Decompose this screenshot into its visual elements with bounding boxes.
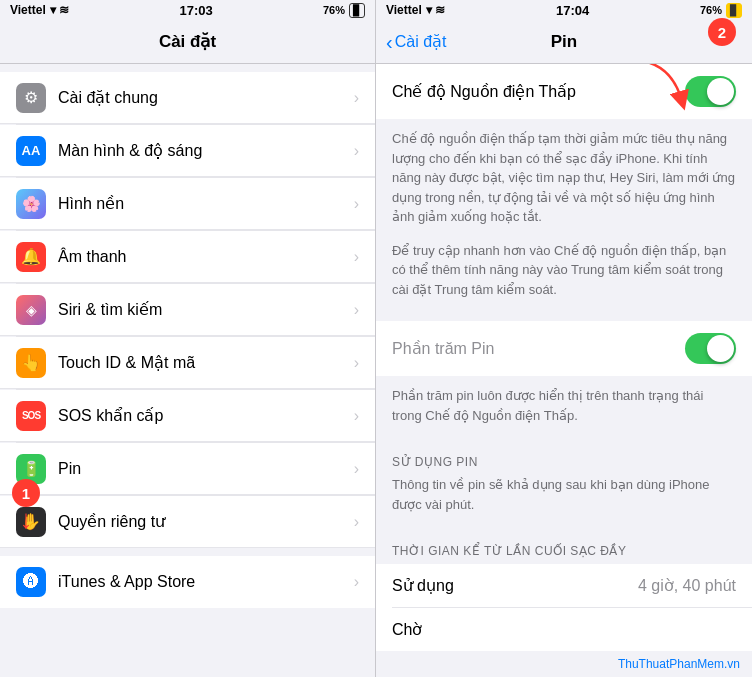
che-do-section: Chế độ Nguồn điện Thấp — [376, 64, 752, 119]
chevron-icon-7: › — [354, 460, 359, 478]
am-thanh-label: Âm thanh — [58, 248, 354, 266]
right-status-bar: Viettel ▾ ≋ 17:04 76% ▊ — [376, 0, 752, 20]
phan-tram-label: Phần trăm Pin — [392, 339, 494, 358]
left-status-carrier: Viettel ▾ ≋ — [10, 3, 69, 17]
sos-label: SOS khẩn cấp — [58, 406, 354, 425]
che-do-description: Chế độ nguồn điện thấp tạm thời giảm mức… — [376, 119, 752, 241]
sos-icon: SOS — [16, 401, 46, 431]
right-panel: Viettel ▾ ≋ 17:04 76% ▊ ‹ Cài đặt Pin 2 — [376, 0, 752, 677]
su-dung-pin-header: SỬ DỤNG PIN — [376, 439, 752, 475]
sidebar-item-man-hinh[interactable]: AA Màn hình & độ sáng › — [0, 125, 375, 177]
sidebar-item-cai-dat-chung[interactable]: ⚙ Cài đặt chung › — [0, 72, 375, 124]
su-dung-label: Sử dụng — [392, 576, 454, 595]
itunes-label: iTunes & App Store — [58, 573, 354, 591]
nav-back-label: Cài đặt — [395, 32, 447, 51]
cai-dat-chung-label: Cài đặt chung — [58, 88, 354, 107]
right-status-carrier: Viettel ▾ ≋ — [386, 3, 445, 17]
che-do-row: Chế độ Nguồn điện Thấp — [376, 64, 752, 119]
siri-icon: ◈ — [16, 295, 46, 325]
right-content: Chế độ Nguồn điện Thấp Chế độ nguồn điện… — [376, 64, 752, 677]
chevron-icon-6: › — [354, 407, 359, 425]
arrow-down-1: ↓ — [20, 509, 33, 530]
sidebar-item-sos[interactable]: SOS SOS khẩn cấp › — [0, 390, 375, 442]
itunes-icon: 🅐 — [16, 567, 46, 597]
back-chevron-icon: ‹ — [386, 32, 393, 52]
man-hinh-icon: AA — [16, 136, 46, 166]
su-dung-section: Sử dụng 4 giờ, 40 phút Chờ — [376, 564, 752, 651]
phan-tram-section: Phần trăm Pin — [376, 321, 752, 376]
right-nav-bar: ‹ Cài đặt Pin 2 — [376, 20, 752, 64]
pin-label: Pin — [58, 460, 354, 478]
hinh-nen-icon: 🌸 — [16, 189, 46, 219]
chevron-icon-9: › — [354, 573, 359, 591]
chevron-icon-3: › — [354, 248, 359, 266]
truy-cap-nhanh-description: Để truy cập nhanh hơn vào Chế độ nguồn đ… — [376, 241, 752, 314]
right-carrier-text: Viettel — [386, 3, 422, 17]
badge-1: 1 — [12, 479, 40, 507]
phan-tram-row: Phần trăm Pin — [376, 321, 752, 376]
battery-percent-left: 76% — [323, 4, 345, 16]
right-wifi-icon: ▾ ≋ — [426, 3, 445, 17]
battery-percent-right: 76% — [700, 4, 722, 16]
sidebar-item-hinh-nen[interactable]: 🌸 Hình nền › — [0, 178, 375, 230]
sidebar-item-touch-id[interactable]: 👆 Touch ID & Mật mã › — [0, 337, 375, 389]
left-status-bar: Viettel ▾ ≋ 17:03 76% ▊ — [0, 0, 375, 20]
watermark: ThuThuatPhanMem.vn — [376, 651, 752, 677]
battery-icon-right: ▊ — [726, 3, 742, 18]
left-panel: Viettel ▾ ≋ 17:03 76% ▊ Cài đặt ⚙ Cài đặ… — [0, 0, 376, 677]
touch-id-label: Touch ID & Mật mã — [58, 353, 354, 372]
cho-row: Chờ — [376, 608, 752, 651]
right-status-time: 17:04 — [556, 3, 589, 18]
sidebar-item-itunes[interactable]: 🅐 iTunes & App Store › — [0, 556, 375, 608]
touch-id-icon: 👆 — [16, 348, 46, 378]
badge-2-container: 2 — [708, 18, 736, 46]
hinh-nen-label: Hình nền — [58, 194, 354, 213]
cho-label: Chờ — [392, 620, 422, 639]
left-status-battery: 76% ▊ — [323, 3, 365, 18]
left-nav-title: Cài đặt — [159, 31, 216, 52]
siri-label: Siri & tìm kiếm — [58, 300, 354, 319]
su-dung-pin-description: Thông tin về pin sẽ khả dụng sau khi bạn… — [376, 475, 752, 528]
right-status-battery: 76% ▊ — [700, 3, 742, 18]
nav-back-button[interactable]: ‹ Cài đặt — [386, 32, 446, 52]
am-thanh-icon: 🔔 — [16, 242, 46, 272]
thoi-gian-header: THỜI GIAN KỂ TỪ LẦN CUỐI SẠC ĐẦY — [376, 528, 752, 564]
su-dung-value: 4 giờ, 40 phút — [638, 576, 736, 595]
phan-tram-description: Phần trăm pin luôn được hiển thị trên th… — [376, 376, 752, 439]
settings-list: ⚙ Cài đặt chung › AA Màn hình & độ sáng … — [0, 64, 375, 677]
chevron-icon-2: › — [354, 195, 359, 213]
man-hinh-label: Màn hình & độ sáng — [58, 141, 354, 160]
phan-tram-toggle[interactable] — [685, 333, 736, 364]
chevron-icon-8: › — [354, 513, 359, 531]
chevron-icon-4: › — [354, 301, 359, 319]
toggle-knob-2 — [707, 335, 734, 362]
badge-2: 2 — [708, 18, 736, 46]
left-nav-bar: Cài đặt — [0, 20, 375, 64]
gap-1 — [376, 313, 752, 321]
wifi-icon: ▾ ≋ — [50, 3, 69, 17]
chevron-icon-0: › — [354, 89, 359, 107]
right-nav-title: Pin — [551, 32, 577, 52]
che-do-toggle[interactable] — [685, 76, 736, 107]
battery-icon-left: ▊ — [349, 3, 365, 18]
chevron-icon-5: › — [354, 354, 359, 372]
sidebar-item-pin[interactable]: 🔋 Pin › 1 ↓ — [0, 443, 375, 495]
sidebar-item-am-thanh[interactable]: 🔔 Âm thanh › — [0, 231, 375, 283]
sidebar-item-quyen-rieng-tu[interactable]: ✋ Quyền riêng tư › — [0, 496, 375, 548]
sidebar-item-siri[interactable]: ◈ Siri & tìm kiếm › — [0, 284, 375, 336]
left-status-time: 17:03 — [179, 3, 212, 18]
chevron-icon-1: › — [354, 142, 359, 160]
quyen-rieng-tu-label: Quyền riêng tư — [58, 512, 354, 531]
toggle-knob-1 — [707, 78, 734, 105]
che-do-label: Chế độ Nguồn điện Thấp — [392, 82, 576, 101]
cai-dat-chung-icon: ⚙ — [16, 83, 46, 113]
su-dung-row: Sử dụng 4 giờ, 40 phút — [376, 564, 752, 607]
carrier-text: Viettel — [10, 3, 46, 17]
